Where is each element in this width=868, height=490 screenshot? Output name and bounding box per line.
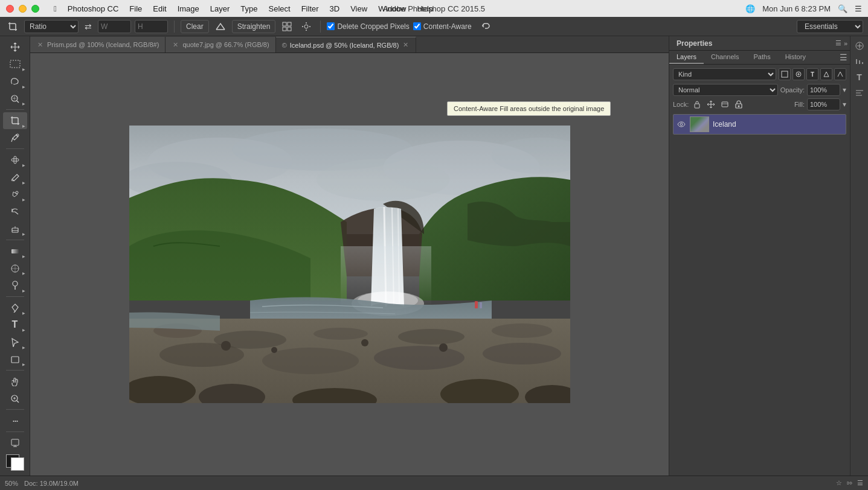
mac-right-icons: 🌐 Mon Jun 6 8:23 PM 🔍 ☰: [745, 4, 862, 13]
canvas-wrapper: [129, 126, 570, 403]
tab-close-2[interactable]: ✕: [172, 41, 179, 49]
dodge-btn[interactable]: ▶: [3, 277, 27, 294]
panel-expand-icon[interactable]: »: [844, 40, 847, 47]
content-aware-checkbox[interactable]: [413, 22, 421, 30]
gradient-btn[interactable]: ▶: [3, 243, 27, 259]
blend-mode-dropdown[interactable]: Normal Multiply Screen Overlay: [673, 84, 778, 96]
minimize-button[interactable]: [19, 5, 27, 13]
rt-adjust-btn[interactable]: [852, 54, 867, 69]
pixel-filter-btn[interactable]: [779, 68, 791, 80]
menu-filter[interactable]: Filter: [297, 3, 324, 14]
tab-prism[interactable]: ✕ Prism.psd @ 100% (Iceland, RGB/8#): [30, 37, 166, 52]
path-selection-btn[interactable]: ▶: [3, 334, 27, 351]
menu-apple[interactable]: : [49, 3, 62, 14]
history-brush-btn[interactable]: [3, 203, 27, 220]
marquee-tool-btn[interactable]: ▶: [3, 56, 27, 73]
menu-file[interactable]: File: [124, 3, 147, 14]
workspace-dropdown[interactable]: Essentials Photography Painting: [797, 20, 863, 33]
brush-btn[interactable]: ▶: [3, 169, 27, 186]
adjust-filter-btn[interactable]: [792, 68, 805, 80]
tab-layers[interactable]: Layers: [669, 51, 704, 64]
width-input[interactable]: [98, 20, 131, 33]
opacity-input[interactable]: 100%: [807, 84, 840, 96]
tab-paths[interactable]: Paths: [747, 51, 778, 64]
svg-point-35: [374, 346, 465, 370]
maximize-button[interactable]: [31, 5, 39, 13]
status-icon-3[interactable]: ☰: [857, 479, 863, 487]
pen-btn[interactable]: ▶: [3, 299, 27, 316]
tool-sep-7: [6, 431, 24, 432]
clear-button[interactable]: Clear: [181, 20, 209, 33]
fill-input[interactable]: 100%: [807, 98, 840, 110]
background-color[interactable]: [11, 457, 24, 471]
search-icon[interactable]: 🔍: [838, 4, 847, 13]
type-filter-btn[interactable]: T: [806, 68, 818, 80]
tab-channels[interactable]: Channels: [704, 51, 746, 64]
tab-history[interactable]: History: [778, 51, 813, 64]
zoom-value[interactable]: 50%: [5, 480, 18, 487]
zoom-btn[interactable]: [3, 390, 27, 407]
lock-row: Lock:: [673, 98, 846, 110]
rt-magic-btn[interactable]: [852, 39, 867, 53]
layer-iceland[interactable]: Iceland: [673, 114, 846, 135]
lock-pixel-btn[interactable]: [691, 98, 703, 110]
eraser-btn[interactable]: ▶: [3, 221, 27, 238]
layer-visibility-eye[interactable]: [677, 119, 686, 129]
tab-iceland[interactable]: © Iceland.psd @ 50% (Iceland, RGB/8) ✕: [276, 37, 417, 52]
lock-pos-btn[interactable]: [705, 98, 717, 110]
crop-tool-btn[interactable]: ▶: [3, 112, 27, 129]
undo-icon[interactable]: [478, 19, 493, 34]
straighten-icon[interactable]: [213, 19, 228, 34]
height-input[interactable]: [135, 20, 168, 33]
status-icon-1[interactable]: ☆: [836, 479, 842, 487]
hand-btn[interactable]: [3, 373, 27, 390]
panel-menu-icon[interactable]: ☰: [835, 39, 841, 47]
screen-mode-btn[interactable]: [3, 434, 27, 451]
delete-cropped-label[interactable]: Delete Cropped Pixels: [327, 22, 409, 31]
panel-menu-btn[interactable]: ☰: [840, 52, 847, 62]
shape-filter-btn[interactable]: [820, 68, 832, 80]
fill-arrow[interactable]: ▾: [843, 100, 846, 109]
rt-text-btn[interactable]: T: [852, 70, 867, 84]
quick-select-btn[interactable]: ▶: [3, 91, 27, 107]
move-tool-btn[interactable]: [3, 39, 27, 56]
extra-tools-btn[interactable]: ···: [3, 412, 27, 429]
shape-btn[interactable]: ▶: [3, 351, 27, 368]
menu-layer[interactable]: Layer: [205, 3, 235, 14]
color-swatches[interactable]: [6, 454, 24, 471]
tab-quote7[interactable]: ✕ quote7.jpg @ 66.7% (RGB/8): [166, 37, 275, 52]
content-aware-label[interactable]: Content-Aware: [413, 22, 472, 31]
notification-icon[interactable]: ☰: [855, 4, 862, 13]
healing-btn[interactable]: ▶: [3, 151, 27, 168]
blur-btn[interactable]: ▶: [3, 260, 27, 277]
opacity-arrow[interactable]: ▾: [843, 86, 846, 94]
grid-icon[interactable]: [279, 19, 295, 34]
rt-align-btn[interactable]: [852, 86, 867, 100]
swap-button[interactable]: ⇄: [82, 21, 94, 33]
menu-3d[interactable]: 3D: [325, 3, 345, 14]
settings-icon[interactable]: [298, 19, 314, 34]
delete-cropped-checkbox[interactable]: [327, 22, 335, 30]
lock-all-btn[interactable]: [733, 98, 745, 110]
menu-type[interactable]: Type: [236, 3, 262, 14]
close-button[interactable]: [6, 5, 14, 13]
menu-select[interactable]: Select: [264, 3, 295, 14]
separator-1: [174, 21, 175, 33]
tab-close-3[interactable]: ✕: [402, 41, 410, 49]
tab-close-1[interactable]: ✕: [36, 41, 44, 49]
menu-view[interactable]: View: [346, 3, 372, 14]
status-icon-2[interactable]: ⇰: [847, 479, 852, 487]
lock-artboard-btn[interactable]: [719, 98, 731, 110]
menu-image[interactable]: Image: [173, 3, 204, 14]
menu-photoshop[interactable]: Photoshop CC: [63, 3, 124, 14]
clone-btn[interactable]: ▶: [3, 186, 27, 203]
effect-filter-btn[interactable]: [834, 68, 846, 80]
kind-dropdown[interactable]: Kind: [673, 68, 776, 80]
type-btn[interactable]: T ▶: [3, 317, 27, 334]
straighten-button[interactable]: Straighten: [232, 20, 276, 33]
ratio-select[interactable]: Ratio Normal 1:1 4:5: [24, 20, 79, 33]
menu-edit[interactable]: Edit: [148, 3, 171, 14]
crop-tool-icon[interactable]: [5, 19, 21, 34]
lasso-tool-btn[interactable]: ▶: [3, 73, 27, 90]
eyedropper-btn[interactable]: [3, 130, 27, 147]
